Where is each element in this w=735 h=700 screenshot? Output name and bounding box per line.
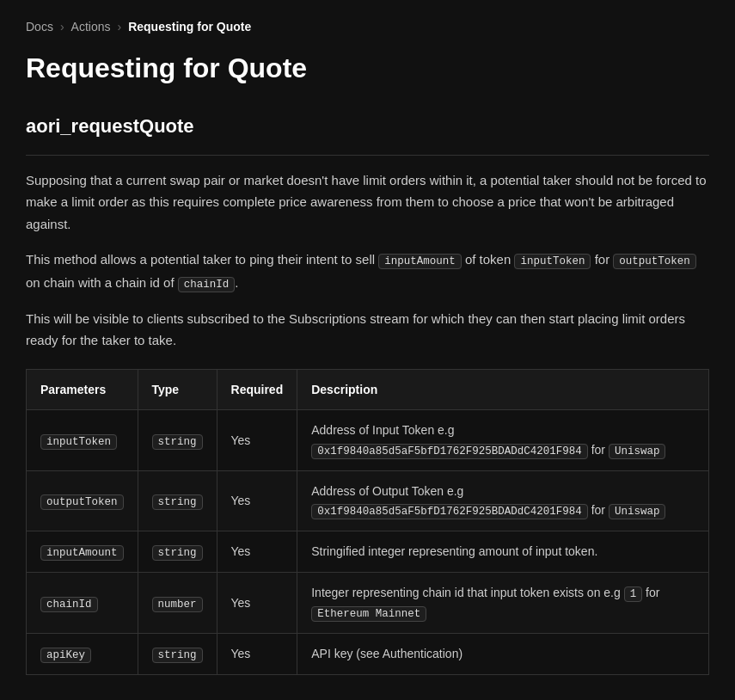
desc-code2: Ethereum Mainnet bbox=[311, 606, 426, 622]
type-cell: string bbox=[138, 410, 217, 470]
params-table: Parameters Type Required Description inp… bbox=[26, 369, 709, 675]
desc-cell: Address of Output Token e.g 0x1f9840a85d… bbox=[297, 470, 709, 531]
desc-code2: Uniswap bbox=[609, 444, 666, 459]
type-cell: string bbox=[138, 634, 217, 675]
param-code: outputToken bbox=[40, 494, 124, 510]
desc2-code2: inputToken bbox=[514, 254, 591, 269]
param-cell: inputToken bbox=[27, 410, 138, 470]
breadcrumb: Docs › Actions › Requesting for Quote bbox=[26, 17, 709, 36]
param-code: inputToken bbox=[40, 434, 117, 450]
description-block: Supposing that a current swap pair or ma… bbox=[26, 169, 709, 352]
desc-pre-text: Address of Output Token e.g bbox=[311, 484, 463, 498]
desc2-pre: This method allows a potential taker to … bbox=[26, 252, 378, 267]
page-title: Requesting for Quote bbox=[26, 52, 709, 84]
col-header-type: Type bbox=[138, 369, 217, 409]
breadcrumb-sep1: › bbox=[60, 17, 64, 36]
desc-pre-text: Address of Input Token e.g bbox=[311, 423, 454, 437]
desc-mid-text: for bbox=[588, 503, 609, 517]
desc-cell: API key (see Authentication) bbox=[297, 634, 709, 675]
method-name: aori_requestQuote bbox=[26, 111, 709, 156]
table-header-row: Parameters Type Required Description bbox=[27, 369, 709, 409]
breadcrumb-actions[interactable]: Actions bbox=[71, 17, 111, 36]
type-code: string bbox=[152, 494, 203, 510]
param-code: apiKey bbox=[40, 648, 91, 663]
table-row: inputTokenstringYesAddress of Input Toke… bbox=[27, 410, 709, 470]
desc2-mid3: on chain with a chain id of bbox=[26, 275, 178, 290]
desc-code1: 1 bbox=[624, 586, 643, 602]
required-cell: Yes bbox=[217, 531, 297, 573]
table-row: outputTokenstringYesAddress of Output To… bbox=[27, 470, 709, 531]
description-para3: This will be visible to clients subscrib… bbox=[26, 308, 709, 352]
table-row: apiKeystringYesAPI key (see Authenticati… bbox=[27, 634, 709, 675]
desc-mid-text: for bbox=[642, 586, 659, 599]
type-code: number bbox=[152, 597, 203, 612]
desc-cell: Stringified integer representing amount … bbox=[297, 531, 709, 573]
table-row: inputAmountstringYesStringified integer … bbox=[27, 531, 709, 573]
col-header-required: Required bbox=[217, 369, 297, 409]
breadcrumb-docs[interactable]: Docs bbox=[26, 17, 53, 36]
required-cell: Yes bbox=[217, 410, 297, 470]
param-code: chainId bbox=[40, 597, 98, 612]
param-cell: outputToken bbox=[27, 470, 138, 531]
param-cell: apiKey bbox=[27, 634, 138, 675]
required-cell: Yes bbox=[217, 634, 297, 675]
breadcrumb-sep2: › bbox=[118, 17, 122, 36]
required-cell: Yes bbox=[217, 573, 297, 634]
desc2-code1: inputAmount bbox=[378, 254, 462, 269]
breadcrumb-current: Requesting for Quote bbox=[128, 17, 251, 36]
desc-cell: Integer representing chain id that input… bbox=[297, 573, 709, 634]
desc2-code4: chainId bbox=[178, 277, 236, 292]
desc-cell: Address of Input Token e.g 0x1f9840a85d5… bbox=[297, 410, 709, 470]
description-para2: This method allows a potential taker to … bbox=[26, 249, 709, 294]
type-cell: string bbox=[138, 470, 217, 531]
param-cell: chainId bbox=[27, 573, 138, 634]
type-cell: number bbox=[138, 573, 217, 634]
desc-pre-text: Integer representing chain id that input… bbox=[311, 586, 623, 599]
col-header-parameters: Parameters bbox=[27, 369, 138, 409]
desc-code1: 0x1f9840a85d5aF5bfD1762F925BDADdC4201F98… bbox=[311, 444, 588, 459]
desc2-end: . bbox=[235, 275, 238, 290]
col-header-description: Description bbox=[297, 369, 709, 409]
type-code: string bbox=[152, 434, 203, 450]
desc2-code3: outputToken bbox=[613, 254, 696, 269]
type-cell: string bbox=[138, 531, 217, 573]
required-cell: Yes bbox=[217, 470, 297, 531]
param-cell: inputAmount bbox=[27, 531, 138, 573]
type-code: string bbox=[152, 545, 203, 561]
table-row: chainIdnumberYesInteger representing cha… bbox=[27, 573, 709, 634]
desc2-mid2: for bbox=[591, 252, 613, 267]
desc-code1: 0x1f9840a85d5aF5bfD1762F925BDADdC4201F98… bbox=[311, 504, 588, 519]
type-code: string bbox=[152, 648, 203, 663]
desc-mid-text: for bbox=[588, 443, 609, 457]
desc-code2: Uniswap bbox=[609, 504, 666, 519]
param-code: inputAmount bbox=[40, 545, 124, 561]
desc2-mid1: of token bbox=[462, 252, 515, 267]
description-para1: Supposing that a current swap pair or ma… bbox=[26, 169, 709, 236]
